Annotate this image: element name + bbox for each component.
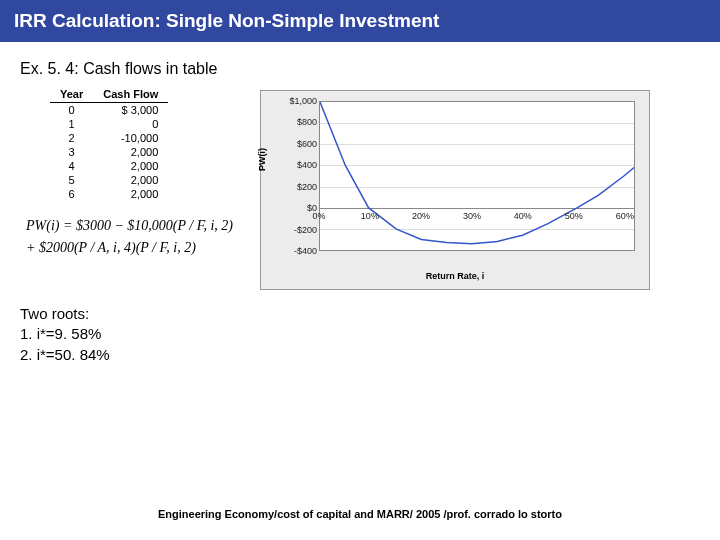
left-column: Year Cash Flow 0$ 3,000 10 2-10,000 32,0… <box>20 86 240 260</box>
roots-block: Two roots: 1. i*=9. 58% 2. i*=50. 84% <box>20 304 700 365</box>
table-row: 62,000 <box>50 187 168 201</box>
table-row: 52,000 <box>50 173 168 187</box>
cash-flow-table: Year Cash Flow 0$ 3,000 10 2-10,000 32,0… <box>50 86 168 201</box>
table-row: 2-10,000 <box>50 131 168 145</box>
x-axis-label: Return Rate, i <box>261 271 649 281</box>
slide-footer: Engineering Economy/cost of capital and … <box>0 508 720 520</box>
table-row: 42,000 <box>50 159 168 173</box>
pw-curve <box>320 102 634 250</box>
pw-chart: PW(i) $1,000 $800 $600 $400 $200 $0 -$20… <box>260 90 650 290</box>
col-cash: Cash Flow <box>93 86 168 103</box>
table-row: 32,000 <box>50 145 168 159</box>
plot-area <box>319 101 635 251</box>
content-row: Year Cash Flow 0$ 3,000 10 2-10,000 32,0… <box>20 86 700 290</box>
col-year: Year <box>50 86 93 103</box>
formula-line-1: PW(i) = $3000 − $10,000(P / F, i, 2) <box>26 215 240 237</box>
root-1: 1. i*=9. 58% <box>20 324 700 344</box>
slide-title: IRR Calculation: Single Non-Simple Inves… <box>0 0 720 42</box>
table-row: 0$ 3,000 <box>50 103 168 118</box>
root-2: 2. i*=50. 84% <box>20 345 700 365</box>
pw-formula: PW(i) = $3000 − $10,000(P / F, i, 2) + $… <box>26 215 240 260</box>
slide-content: Ex. 5. 4: Cash flows in table Year Cash … <box>0 42 720 365</box>
roots-heading: Two roots: <box>20 304 700 324</box>
y-tick-labels: $1,000 $800 $600 $400 $200 $0 -$200 -$40… <box>267 101 317 251</box>
formula-line-2: + $2000(P / A, i, 4)(P / F, i, 2) <box>26 237 240 259</box>
table-row: 10 <box>50 117 168 131</box>
example-label: Ex. 5. 4: Cash flows in table <box>20 60 700 78</box>
y-axis-label: PW(i) <box>257 148 267 171</box>
